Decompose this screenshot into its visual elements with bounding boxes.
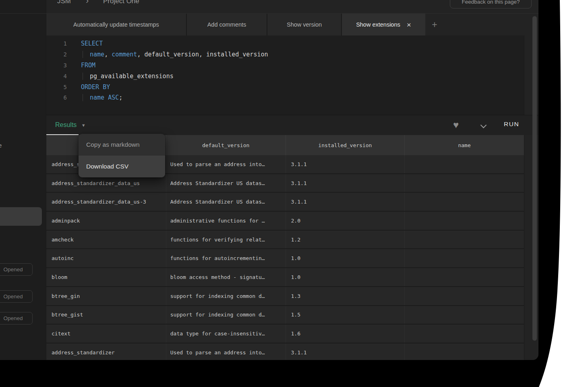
code-text: SELECT (81, 40, 103, 47)
cell-comment: support for indexing common d… (166, 287, 286, 305)
cell-installed-version (404, 155, 524, 173)
results-caret-icon[interactable]: ▾ (82, 122, 85, 128)
cell-name: bloom (46, 268, 166, 286)
line-number: 5 (46, 84, 67, 90)
table-column-header[interactable]: default_version (166, 135, 286, 155)
context-menu-item[interactable]: Download CSV (79, 156, 165, 177)
cell-installed-version (404, 212, 524, 230)
cell-installed-version (404, 174, 524, 192)
cell-installed-version (404, 325, 524, 343)
sidebar-selected-item[interactable] (0, 207, 42, 226)
cell-installed-version (404, 268, 524, 286)
cell-default-version: 3.1.1 (286, 193, 405, 211)
code-lines: 1SELECT2name, comment, default_version, … (46, 38, 524, 103)
cell-name: btree_gin (46, 287, 166, 305)
code-text: pg_available_extensions (83, 73, 174, 80)
context-menu-item[interactable]: Copy as markdown (79, 134, 165, 156)
cell-default-version: 1.2 (286, 231, 405, 249)
cell-name: address_standardizer (46, 343, 166, 360)
query-tab[interactable]: Show extensions × (342, 14, 425, 35)
line-number: 4 (46, 73, 67, 79)
cell-comment: data type for case-insensitiv… (166, 325, 286, 343)
cell-default-version: 1.3 (286, 287, 405, 305)
table-row[interactable]: btree_gist support for indexing common d… (46, 306, 524, 325)
line-number: 6 (46, 94, 67, 101)
results-context-menu: Copy as markdown Download CSV (79, 134, 165, 177)
app-window: e OpenedOpenedOpened JSM › Project One F… (0, 0, 538, 360)
cell-installed-version (404, 249, 524, 267)
cell-name: btree_gist (46, 306, 166, 324)
cell-installed-version (404, 193, 524, 211)
cell-comment: Used to parse an address into… (166, 155, 286, 173)
cell-comment: support for indexing common d… (166, 306, 286, 324)
sql-editor[interactable]: 1SELECT2name, comment, default_version, … (46, 35, 524, 115)
app-content: e OpenedOpenedOpened JSM › Project One F… (0, 0, 538, 360)
table-row[interactable]: citext data type for case-insensitiv… 1.… (46, 325, 524, 343)
table-row[interactable]: amcheck functions for verifying relat… 1… (46, 231, 524, 250)
cell-name: address_standardizer_data_us-3 (46, 193, 166, 211)
cell-default-version: 1.0 (286, 268, 405, 286)
table-row[interactable]: address_standardizer Used to parse an ad… (46, 343, 524, 360)
cell-name: citext (46, 325, 166, 343)
line-number: 3 (46, 62, 67, 69)
cell-default-version: 1.5 (286, 306, 405, 324)
tab-bar: Automatically update timestamps × Add co… (46, 14, 538, 35)
query-tab[interactable]: Add comments × (187, 14, 267, 35)
query-tab[interactable]: Show version × (267, 14, 342, 35)
line-number: 2 (46, 51, 67, 58)
breadcrumb-org[interactable]: JSM (57, 0, 71, 5)
cell-comment: Used to parse an address into… (166, 343, 286, 360)
table-column-header[interactable]: installed_version (286, 135, 405, 155)
results-dropdown[interactable]: Results (55, 121, 77, 129)
code-line: 3FROM (46, 60, 524, 71)
tab-label: Add comments (207, 21, 246, 28)
tab-label: Automatically update timestamps (73, 21, 159, 28)
status-badge-opened: Opened (0, 290, 33, 303)
breadcrumb-chevron-icon: › (86, 0, 89, 6)
code-text: ORDER BY (81, 83, 110, 91)
sidebar (0, 0, 46, 360)
cell-comment: Address Standardizer US datas… (166, 193, 286, 211)
query-tab[interactable]: Automatically update timestamps × (46, 14, 187, 35)
status-badge-opened: Opened (0, 312, 33, 325)
cell-installed-version (404, 287, 524, 305)
cell-installed-version (404, 231, 524, 249)
cell-default-version: 2.0 (286, 212, 405, 230)
cell-comment: Address Standardizer US datas… (166, 174, 286, 192)
table-body: address_standardizer-3 Used to parse an … (46, 155, 524, 360)
code-line: 6name ASC; (46, 92, 524, 103)
new-tab-button[interactable]: + (425, 14, 444, 35)
table-row[interactable]: bloom bloom access method - signatu… 1.0 (46, 268, 524, 287)
cell-default-version: 1.6 (286, 325, 405, 343)
code-text: name, comment, default_version, installe… (83, 51, 268, 58)
cell-default-version: 3.1.1 (286, 174, 405, 192)
cell-default-version: 3.1.1 (286, 343, 405, 360)
code-line: 4pg_available_extensions (46, 71, 524, 81)
breadcrumb-project[interactable]: Project One (103, 0, 139, 5)
favorite-heart-icon[interactable]: ♥ (453, 119, 459, 131)
cell-default-version: 3.1.1 (286, 155, 405, 173)
sidebar-text-fragment: e (0, 142, 2, 149)
table-column-header[interactable]: name (404, 135, 524, 155)
table-row[interactable]: address_standardizer_data_us-3 Address S… (46, 193, 524, 212)
cell-comment: bloom access method - signatu… (166, 268, 286, 286)
cell-installed-version (404, 306, 524, 324)
cell-name: adminpack (46, 212, 166, 230)
chevron-down-icon[interactable] (481, 122, 487, 127)
line-number: 1 (46, 40, 67, 47)
cell-default-version: 1.0 (286, 249, 405, 267)
tab-label: Show extensions (356, 21, 400, 28)
table-row[interactable]: adminpack administrative functions for …… (46, 212, 524, 231)
cell-name: amcheck (46, 231, 166, 249)
code-line: 5ORDER BY (46, 81, 524, 92)
close-tab-icon[interactable]: × (407, 21, 411, 29)
cell-installed-version (404, 343, 524, 360)
table-row[interactable]: btree_gin support for indexing common d…… (46, 287, 524, 306)
code-text: FROM (81, 62, 95, 69)
code-line: 2name, comment, default_version, install… (46, 49, 524, 60)
cell-comment: functions for autoincrementin… (166, 249, 286, 267)
cell-name: autoinc (46, 249, 166, 267)
torn-paper-edge (516, 0, 588, 387)
table-row[interactable]: autoinc functions for autoincrementin… 1… (46, 249, 524, 268)
cell-comment: functions for verifying relat… (166, 231, 286, 249)
